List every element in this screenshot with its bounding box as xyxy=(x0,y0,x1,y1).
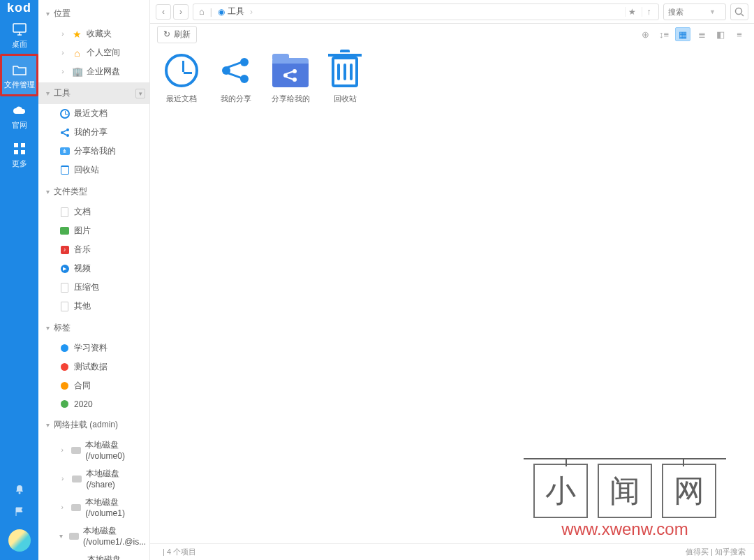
tree-disk-volume0[interactable]: ›本地磁盘(/volume0) xyxy=(38,436,149,464)
section-dropdown-icon[interactable]: ▾ xyxy=(135,89,145,98)
forward-button[interactable]: › xyxy=(173,4,188,20)
nav-desktop[interactable]: 桌面 xyxy=(0,15,38,54)
star-button[interactable]: ★ xyxy=(625,7,639,17)
status-bar: | 4 个项目 值得买 | 知乎搜索 xyxy=(150,543,754,560)
view-menu-button[interactable]: ≡ xyxy=(732,27,747,41)
tree-music[interactable]: ♪音乐 xyxy=(38,240,149,259)
tree-enterprise[interactable]: ›🏢企业网盘 xyxy=(38,62,149,81)
nav-label: 桌面 xyxy=(12,39,27,50)
tree-other[interactable]: 其他 xyxy=(38,297,149,316)
up-button[interactable]: ↑ xyxy=(642,7,656,17)
file-recent[interactable]: 最近文档 xyxy=(158,52,205,104)
tree-label: 最近文档 xyxy=(74,108,108,119)
section-tags[interactable]: ▾标签 xyxy=(38,317,149,339)
tree-label: 视频 xyxy=(74,263,91,274)
section-title: 标签 xyxy=(54,322,71,334)
svg-rect-3 xyxy=(14,143,18,147)
tree-label: 测试数据 xyxy=(74,361,108,373)
file-trash[interactable]: 回收站 xyxy=(322,52,368,104)
breadcrumb-current[interactable]: ◉工具 xyxy=(215,6,247,17)
tree-recent[interactable]: 最近文档 xyxy=(38,104,149,123)
file-grid: 最近文档 我的分享 分享给我的 回收站 xyxy=(150,45,754,543)
tree-disk-volume1[interactable]: ›本地磁盘(/volume1) xyxy=(38,493,149,522)
view-grid-button[interactable]: ▦ xyxy=(675,27,690,41)
section-mount[interactable]: ▾网络挂载 (admin) xyxy=(38,414,149,436)
file-shared-to-me[interactable]: 分享给我的 xyxy=(267,52,313,104)
chevron-right-icon: › xyxy=(59,30,66,38)
file-label: 最近文档 xyxy=(166,94,197,104)
chevron-right-icon: › xyxy=(59,446,65,454)
tree-tag-study[interactable]: 学习资料 xyxy=(38,339,149,358)
chevron-right-icon: › xyxy=(59,503,65,511)
top-toolbar: ‹ › ⌂ | ◉工具 › ★ ↑ ▼ xyxy=(150,0,754,24)
search-input[interactable] xyxy=(668,8,707,16)
tree-personal[interactable]: ›⌂个人空间 xyxy=(38,43,149,62)
chevron-right-icon: › xyxy=(59,49,66,57)
tree-label: 本地磁盘(/volume1/.@is... xyxy=(83,525,146,547)
tree-trash[interactable]: 回收站 xyxy=(38,161,149,179)
video-icon: ▶ xyxy=(59,263,70,274)
back-button[interactable]: ‹ xyxy=(156,4,171,20)
view-column-button[interactable]: ◧ xyxy=(713,27,728,41)
tree-image[interactable]: 图片 xyxy=(38,221,149,240)
user-avatar[interactable] xyxy=(8,529,31,552)
trash-icon xyxy=(59,165,70,175)
tag-dot-icon xyxy=(59,399,70,409)
share-icon xyxy=(217,52,255,89)
breadcrumb-separator: | xyxy=(210,7,212,17)
tree-disk-share[interactable]: ›本地磁盘(/share) xyxy=(38,464,149,493)
tag-dot-icon xyxy=(59,362,70,372)
sidebar-tree: ▾位置 ›★收藏夹 ›⌂个人空间 ›🏢企业网盘 ▾工具▾ 最近文档 我的分享 ⋔… xyxy=(38,0,150,560)
flag-icon[interactable] xyxy=(15,507,24,517)
tree-label: 其他 xyxy=(74,300,91,312)
section-title: 文件类型 xyxy=(54,186,87,198)
file-label: 我的分享 xyxy=(221,94,251,104)
tree-myshare[interactable]: 我的分享 xyxy=(38,123,149,142)
svg-rect-0 xyxy=(13,24,26,32)
zip-icon xyxy=(59,282,70,293)
tree-tag-contract[interactable]: 合同 xyxy=(38,376,149,395)
tree-shared-to-me[interactable]: ⋔分享给我的 xyxy=(38,142,149,161)
file-label: 回收站 xyxy=(334,94,357,104)
shared-folder-icon: ⋔ xyxy=(59,146,70,156)
breadcrumb: ⌂ | ◉工具 › ★ ↑ xyxy=(193,3,659,20)
nav-file-manager[interactable]: 文件管理 xyxy=(0,54,38,96)
chevron-down-icon: ▾ xyxy=(59,532,63,540)
tag-dot-icon xyxy=(59,343,70,353)
search-box[interactable]: ▼ xyxy=(663,3,726,20)
tree-disk-volume1-is[interactable]: ▾本地磁盘(/volume1/.@is... xyxy=(38,522,149,550)
svg-point-9 xyxy=(66,128,69,131)
tree-label: 分享给我的 xyxy=(74,145,116,157)
tree-document[interactable]: 文档 xyxy=(38,202,149,221)
breadcrumb-home[interactable]: ⌂ xyxy=(196,6,207,17)
disk-icon xyxy=(68,531,79,541)
image-icon xyxy=(59,226,70,236)
zoom-button[interactable]: ⊕ xyxy=(637,27,653,41)
nav-website[interactable]: 官网 xyxy=(0,96,38,135)
tree-favorites[interactable]: ›★收藏夹 xyxy=(38,24,149,43)
search-dropdown-icon[interactable]: ▼ xyxy=(709,8,716,15)
tree-video[interactable]: ▶视频 xyxy=(38,259,149,278)
tree-tag-2020[interactable]: 2020 xyxy=(38,395,149,413)
chevron-down-icon: ▾ xyxy=(44,188,51,196)
search-button[interactable] xyxy=(730,3,748,20)
tree-label: 收藏夹 xyxy=(87,28,112,40)
section-tools[interactable]: ▾工具▾ xyxy=(38,82,149,104)
main-panel: ‹ › ⌂ | ◉工具 › ★ ↑ ▼ ↻ 刷新 ⊕ ↕≡ ▦ ≣ xyxy=(150,0,754,560)
logo xyxy=(0,0,38,15)
nav-more[interactable]: 更多 xyxy=(0,135,38,173)
section-location[interactable]: ▾位置 xyxy=(38,3,149,24)
section-filetype[interactable]: ▾文件类型 xyxy=(38,181,149,202)
refresh-button[interactable]: ↻ 刷新 xyxy=(157,26,197,43)
tag-dot-icon xyxy=(59,381,70,391)
sort-button[interactable]: ↕≡ xyxy=(656,27,672,41)
tree-label: 合同 xyxy=(74,380,91,392)
tree-disk-volume1-p[interactable]: ›本地磁盘(/volume1/.@p... xyxy=(38,550,149,560)
view-list-button[interactable]: ≣ xyxy=(694,27,709,41)
tree-tag-test[interactable]: 测试数据 xyxy=(38,358,149,376)
clock-icon xyxy=(59,108,70,119)
tree-zip[interactable]: 压缩包 xyxy=(38,278,149,297)
file-myshare[interactable]: 我的分享 xyxy=(213,52,259,104)
bell-icon[interactable] xyxy=(15,485,24,494)
chevron-right-icon: › xyxy=(250,7,253,17)
